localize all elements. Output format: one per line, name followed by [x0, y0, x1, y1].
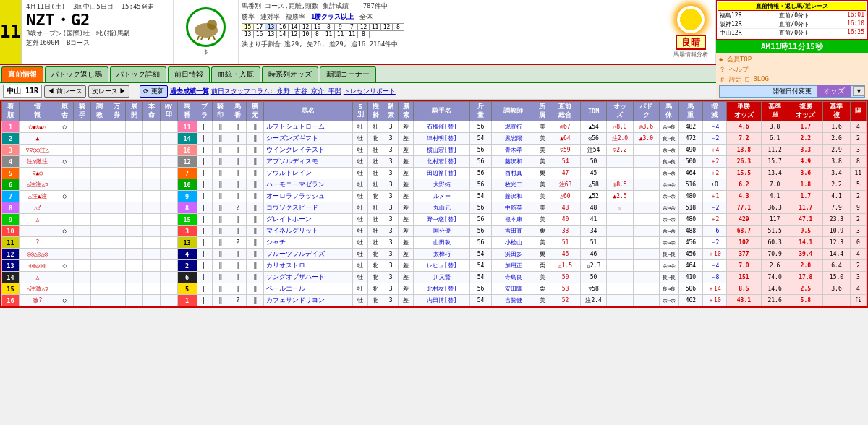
- jockey-cell[interactable]: 横山宏[替]: [414, 145, 470, 156]
- kijun-tan-cell: 21.6: [761, 295, 788, 306]
- jockey-cell[interactable]: 山田敦: [414, 237, 470, 249]
- jockey-cell[interactable]: 内田博[替]: [414, 295, 470, 306]
- jockey-cell[interactable]: 国分優: [414, 226, 470, 237]
- kijun-tan-cell: 36.3: [761, 202, 788, 214]
- toretore-report-link[interactable]: トレセンリポート: [344, 87, 396, 96]
- horse-name-cell[interactable]: ソウルトレイン: [264, 168, 353, 179]
- settings-link[interactable]: ＃ 設定: [719, 75, 742, 85]
- jockey-cell[interactable]: 田辺裕[替]: [414, 168, 470, 179]
- member-top-link[interactable]: ◆ 会員TOP: [719, 55, 865, 64]
- live-row-2[interactable]: 阪神12R直前/0分ト16:10: [718, 20, 866, 29]
- next-race-btn[interactable]: 次レース ▶: [88, 85, 130, 98]
- tab-before-day[interactable]: 前日情報: [168, 66, 210, 82]
- trainer-cell[interactable]: 根本康: [492, 214, 535, 226]
- odds-cell: [607, 168, 633, 179]
- horse-name-cell[interactable]: ルフトシュトローム: [264, 121, 353, 133]
- history-link[interactable]: 過去成績一覧: [170, 87, 209, 96]
- horse-name-cell[interactable]: アプソルディスモ: [264, 156, 353, 168]
- tab-paddock-kaeshima[interactable]: パドック返し馬: [45, 66, 109, 82]
- info-marks-cell: △注▲注: [19, 191, 56, 202]
- trainer-cell[interactable]: 寺島良: [492, 272, 535, 283]
- trainer-cell[interactable]: 加用正: [492, 260, 535, 272]
- live-row-3[interactable]: 中山12R直前/0分ト16:25: [718, 29, 866, 37]
- trainer-cell[interactable]: 堀宣行: [492, 121, 535, 133]
- staff-column-link[interactable]: 前日スタッフコラム: 永野 古谷 京介 平開: [211, 87, 341, 96]
- jockey-cell[interactable]: 石橋催[替]: [414, 121, 470, 133]
- trainer-cell[interactable]: 浜田多: [492, 249, 535, 260]
- help-link[interactable]: ？ ヘルプ: [719, 65, 865, 74]
- jockey-cell[interactable]: 北村宏[替]: [414, 156, 470, 168]
- live-row-1[interactable]: 福島12R直前/0分ト16:01: [718, 12, 866, 20]
- trainer-cell[interactable]: 牧光二: [492, 179, 535, 191]
- horse-name-cell[interactable]: コウソクスピード: [264, 202, 353, 214]
- horse-name-cell[interactable]: マイネルグリット: [264, 226, 353, 237]
- jockey-cell[interactable]: ルメー: [414, 191, 470, 202]
- tansho-odds-cell: 7.2: [726, 133, 761, 145]
- horse-name-cell[interactable]: カフェサンドリヨン: [264, 295, 353, 306]
- fukusho-odds-cell: 1.8: [788, 179, 823, 191]
- belong-cell: 栗: [535, 260, 550, 272]
- horse-name-cell[interactable]: ウインクレイテスト: [264, 145, 353, 156]
- info-marks-cell: △?: [19, 202, 56, 214]
- fukusho-odds-cell: 1.7: [788, 121, 823, 133]
- horse-name-cell[interactable]: オーロラフラッシュ: [264, 191, 353, 202]
- sex-age-cell-3: 差: [399, 121, 414, 133]
- tab-bloodline[interactable]: 血統・入厩: [211, 66, 260, 82]
- mark-cell-6: [160, 156, 177, 168]
- trainer-cell[interactable]: 藤沢和: [492, 191, 535, 202]
- track-cond-cell: 余→余: [660, 179, 679, 191]
- jockey-cell[interactable]: レヒュ[替]: [414, 260, 470, 272]
- mark-cell-1: [73, 191, 90, 202]
- jockey-cell[interactable]: 丸山元: [414, 202, 470, 214]
- main-header: 11 4月11日(土) 3回中山5日目 15:45発走 NZT・G2 3歳オープ…: [0, 0, 868, 65]
- rank-cell: 16: [2, 295, 20, 306]
- horse-name-cell[interactable]: シーズンズギフト: [264, 133, 353, 145]
- trainer-cell[interactable]: 青木孝: [492, 145, 535, 156]
- tab-newspaper[interactable]: 新聞コーナー: [320, 66, 376, 82]
- mark-cell-6: [160, 145, 177, 156]
- trainer-cell[interactable]: 小桧山: [492, 237, 535, 249]
- jockey-cell[interactable]: 大野拓: [414, 179, 470, 191]
- trainer-cell[interactable]: 西村真: [492, 168, 535, 179]
- carry-weight-cell: 56: [470, 156, 492, 168]
- trainer-cell[interactable]: 中舘英: [492, 202, 535, 214]
- mark-cell-1: [73, 295, 90, 306]
- horse-name-cell[interactable]: ハーモニーマゼラン: [264, 179, 353, 191]
- horse-name-cell[interactable]: シャチ: [264, 237, 353, 249]
- tab-chokuzen[interactable]: 直前情報: [1, 66, 43, 82]
- prev-race-btn[interactable]: ◀ 前レース: [44, 85, 86, 98]
- chokuzen-cell: △1.5: [550, 260, 580, 272]
- sex-age-cell-0: 牡: [353, 191, 368, 202]
- kijun-tan-cell: 74.0: [761, 272, 788, 283]
- horse-name-cell[interactable]: グレイトホーン: [264, 214, 353, 226]
- horse-name-cell[interactable]: ソングオブザハート: [264, 272, 353, 283]
- update-btn[interactable]: ⟳ 更新: [140, 85, 168, 98]
- trainer-cell[interactable]: 吉田直: [492, 226, 535, 237]
- sex-age-cell-3: 差: [399, 249, 414, 260]
- baba-analysis-link[interactable]: 馬場情報分析: [673, 51, 708, 59]
- jockey-cell[interactable]: 太樺巧: [414, 249, 470, 260]
- extra-cell-0: ‖: [197, 214, 212, 226]
- weight-change-cell: ＋2: [702, 168, 726, 179]
- trainer-cell[interactable]: 藤沢和: [492, 156, 535, 168]
- track-cond-cell: 良→良: [660, 133, 679, 145]
- jockey-cell[interactable]: 北村友[替]: [414, 283, 470, 295]
- rank-cell: 14: [2, 272, 20, 283]
- jockey-cell[interactable]: 野中悠[替]: [414, 214, 470, 226]
- odds-toggle-btn[interactable]: ▼: [853, 86, 865, 96]
- tab-paddock-detail[interactable]: パドック詳細: [110, 66, 166, 82]
- blog-link[interactable]: □ BLOG: [745, 75, 769, 85]
- trainer-cell[interactable]: 黒岩陽: [492, 133, 535, 145]
- extra-cell-0: ‖: [197, 226, 212, 237]
- horse-name-cell[interactable]: フルーツフルデイズ: [264, 249, 353, 260]
- horse-name-cell[interactable]: ペールエール: [264, 283, 353, 295]
- jockey-cell[interactable]: 津村明[替]: [414, 133, 470, 145]
- mark-cell-3: [108, 168, 125, 179]
- th-sex: 性齢: [368, 102, 383, 121]
- mark-cell-1: [73, 260, 90, 272]
- jockey-cell[interactable]: 川又賢: [414, 272, 470, 283]
- trainer-cell[interactable]: 安田隆: [492, 283, 535, 295]
- tab-timeseries-odds[interactable]: 時系列オッズ: [262, 66, 318, 82]
- horse-name-cell[interactable]: カリオストロ: [264, 260, 353, 272]
- trainer-cell[interactable]: 吉覧健: [492, 295, 535, 306]
